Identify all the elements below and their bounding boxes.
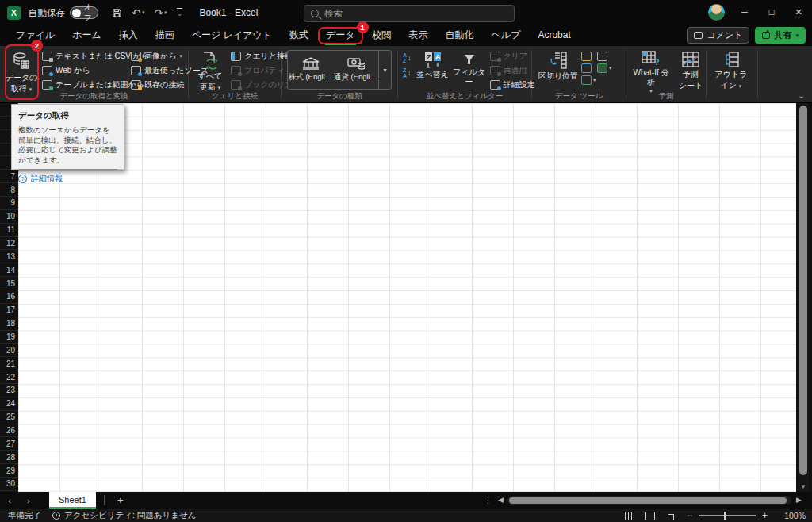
what-if-analysis-button[interactable]: ? What-If 分析 ▾	[630, 48, 672, 91]
row-header-15[interactable]: 15	[0, 277, 18, 290]
sheet-next-button[interactable]: ›	[19, 496, 38, 505]
web-から-button[interactable]: Web から	[40, 64, 128, 77]
comments-button[interactable]: コメント	[687, 27, 749, 44]
row-header-17[interactable]: 17	[0, 304, 18, 317]
テーブルまたは範囲から-button[interactable]: テーブルまたは範囲から	[40, 79, 128, 91]
row-header-20[interactable]: 20	[0, 344, 18, 357]
get-data-button[interactable]: データの 取得 ▾	[3, 48, 40, 91]
tab-ホーム[interactable]: ホーム	[64, 27, 109, 44]
tab-表示[interactable]: 表示	[401, 27, 436, 44]
tab-挿入[interactable]: 挿入	[111, 27, 146, 44]
zoom-slider[interactable]	[699, 515, 756, 516]
tab-ページ レイアウト[interactable]: ページ レイアウト	[184, 27, 280, 44]
テキストまたは-csv-から-button[interactable]: テキストまたは CSV から	[40, 50, 128, 63]
tab-Acrobat[interactable]: Acrobat	[530, 27, 578, 44]
maximize-button[interactable]: □	[758, 0, 785, 24]
close-button[interactable]: ✕	[785, 0, 812, 24]
minimize-button[interactable]: ─	[731, 0, 758, 24]
undo-button[interactable]: ↶▾	[128, 3, 148, 22]
row-header-10[interactable]: 10	[0, 210, 18, 224]
data-model-button[interactable]: ▾	[597, 63, 612, 73]
customize-qat-button[interactable]: ⌄	[173, 3, 187, 22]
row-header-16[interactable]: 16	[0, 290, 18, 304]
horizontal-scroll-thumb[interactable]	[509, 497, 787, 504]
row-header-8[interactable]: 8	[0, 183, 18, 197]
row-header-27[interactable]: 27	[0, 437, 18, 451]
accessibility-checker[interactable]: アクセシビリティ: 問題ありません	[52, 510, 197, 521]
row-header-25[interactable]: 25	[0, 411, 18, 424]
tooltip-link[interactable]: ? 詳細情報	[18, 173, 117, 184]
tab-数式[interactable]: 数式	[282, 27, 316, 44]
row-header-18[interactable]: 18	[0, 317, 18, 331]
data-types-more-button[interactable]: ▾	[378, 51, 391, 89]
row-header-23[interactable]: 23	[0, 384, 18, 397]
refresh-all-button[interactable]: すべて 更新 ▾	[192, 48, 228, 91]
group-data-types: 株式 (Engli… 通貨 (Engli… ▾ データの種類	[282, 46, 397, 102]
tab-描画[interactable]: 描画	[147, 27, 182, 44]
zoom-level[interactable]: 100%	[779, 511, 806, 520]
row-header-13[interactable]: 13	[0, 250, 18, 263]
normal-view-icon[interactable]	[625, 512, 634, 520]
zoom-in-button[interactable]: +	[762, 510, 768, 521]
tab-label: Acrobat	[537, 28, 571, 44]
redo-button[interactable]: ↷▾	[150, 3, 170, 22]
tab-データ[interactable]: データ1	[318, 27, 363, 44]
collapse-ribbon-icon[interactable]: ⌄	[799, 91, 805, 100]
share-button[interactable]: 共有 ▾	[755, 27, 806, 44]
add-sheet-button[interactable]: +	[113, 494, 128, 506]
tab-ヘルプ[interactable]: ヘルプ	[484, 27, 529, 44]
horizontal-scrollbar[interactable]	[508, 496, 791, 505]
row-header-12[interactable]: 12	[0, 237, 18, 251]
row-header-21[interactable]: 21	[0, 357, 18, 370]
画像から-button[interactable]: 画像から▾	[128, 50, 195, 63]
sheet-tab-active[interactable]: Sheet1	[49, 492, 96, 509]
flash-fill-icon[interactable]	[581, 52, 592, 61]
autosave-toggle[interactable]: オフ	[70, 6, 98, 19]
クエリと接続-button[interactable]: クエリと接続	[228, 50, 279, 63]
最近使ったソース-button[interactable]: 最近使ったソース	[128, 64, 195, 77]
annotation-badge-2: 2	[31, 40, 43, 52]
vertical-scrollbar[interactable]: ▼	[798, 103, 809, 492]
詳細設定-button[interactable]: 詳細設定	[488, 79, 534, 91]
tab-校閲[interactable]: 校閲	[365, 27, 400, 44]
consolidate-icon[interactable]	[597, 52, 607, 61]
sort-ascending-button[interactable]: AZ↓	[401, 52, 413, 64]
row-header-22[interactable]: 22	[0, 370, 18, 384]
zoom-out-button[interactable]: −	[687, 510, 692, 521]
page-break-icon[interactable]	[666, 512, 676, 520]
tab-自動化[interactable]: 自動化	[438, 27, 482, 44]
save-button[interactable]	[108, 3, 126, 22]
text-to-columns-button[interactable]: 区切り位置	[535, 48, 581, 91]
scroll-right-icon[interactable]: ▶	[796, 496, 802, 504]
scroll-left-icon[interactable]: ◀	[498, 496, 504, 504]
remove-duplicates-icon[interactable]	[581, 63, 592, 73]
row-header-11[interactable]: 11	[0, 224, 18, 237]
data-validation-button[interactable]: ▾	[581, 75, 596, 85]
sort-button[interactable]: Z A 並べ替え	[415, 48, 451, 91]
cell-grid[interactable]	[18, 103, 796, 492]
avatar[interactable]	[708, 4, 725, 21]
row-header-26[interactable]: 26	[0, 424, 18, 438]
currency-button[interactable]: 通貨 (Engli…	[333, 51, 378, 89]
row-header-7[interactable]: 7	[0, 170, 18, 183]
row-header-14[interactable]: 14	[0, 263, 18, 277]
stocks-button[interactable]: 株式 (Engli…	[288, 51, 333, 89]
scrollbar-grip-icon[interactable]: ⋮	[484, 495, 492, 505]
search-box[interactable]: 検索	[304, 5, 515, 22]
row-header-30[interactable]: 30	[0, 478, 18, 491]
forecast-sheet-button[interactable]: 予測 シート	[672, 48, 709, 91]
outline-button[interactable]: アウトラ イン ▾	[710, 48, 753, 91]
filter-button[interactable]: フィルター	[451, 48, 488, 91]
scroll-down-icon[interactable]: ▼	[798, 483, 809, 490]
sort-descending-button[interactable]: ZA↓	[401, 67, 413, 79]
row-header-28[interactable]: 28	[0, 451, 18, 464]
row-header-9[interactable]: 9	[0, 197, 18, 210]
vertical-scroll-thumb[interactable]	[799, 106, 807, 475]
row-header-29[interactable]: 29	[0, 464, 18, 478]
sheet-prev-button[interactable]: ‹	[0, 496, 19, 505]
page-layout-icon[interactable]	[645, 512, 655, 520]
zoom-slider-thumb[interactable]	[724, 512, 727, 520]
既存の接続-button[interactable]: 既存の接続	[128, 79, 195, 91]
row-header-19[interactable]: 19	[0, 331, 18, 344]
row-header-24[interactable]: 24	[0, 397, 18, 411]
